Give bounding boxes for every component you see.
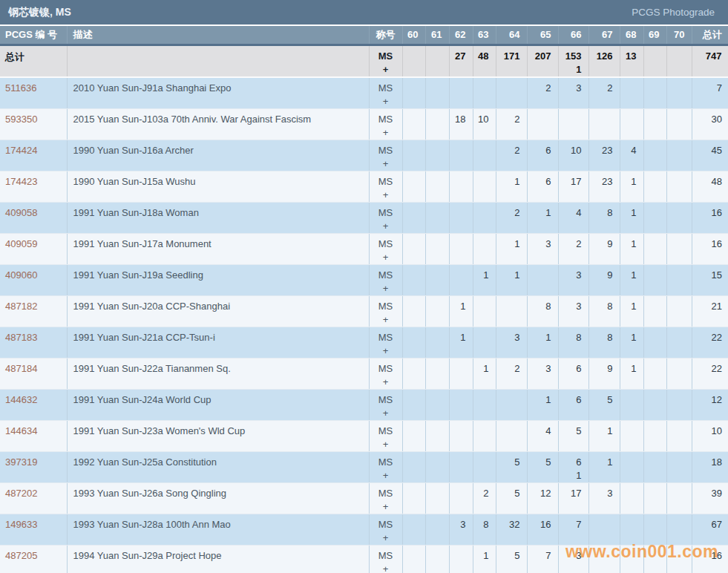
designation-cell: MS+: [369, 77, 402, 109]
cell-value: [529, 500, 551, 514]
pcgs-id-link[interactable]: 397319: [5, 456, 37, 468]
cell-value: [646, 82, 660, 95]
cell-value: [646, 220, 660, 233]
grade-cell-61: [425, 451, 449, 482]
pcgs-id-link[interactable]: 487184: [5, 363, 37, 374]
pcgs-id-link[interactable]: 593350: [5, 114, 37, 125]
row-total-cell: 7: [692, 77, 728, 109]
col-grade-66: 66: [558, 26, 588, 45]
cell-value: [591, 282, 613, 295]
cell-value: [404, 238, 419, 251]
cell-value: [427, 220, 442, 233]
grade-cell-69: [643, 233, 666, 264]
cell-value: +: [370, 469, 402, 482]
cell-value: [475, 189, 489, 202]
grade-cell-63: [473, 327, 496, 358]
cell-value: +: [370, 531, 402, 545]
description-cell: 1994 Yuan Sun-J29a Project Hope: [67, 545, 369, 573]
cell-value: [475, 175, 489, 189]
cell-value: 1: [529, 393, 551, 407]
grade-cell-68: 1: [620, 295, 643, 327]
grade-cell-61: [425, 202, 449, 233]
pcgs-id-link[interactable]: 174423: [5, 176, 37, 187]
cell-value: 207: [529, 50, 551, 63]
cell-value: [427, 487, 442, 500]
cell-value: [404, 220, 419, 233]
designation-cell: MS+: [369, 45, 402, 77]
cell-value: 6: [560, 456, 582, 469]
cell-value: [498, 344, 520, 358]
grade-cell-67: 9: [588, 233, 620, 264]
cell-value: 67: [694, 518, 723, 531]
cell-value: [404, 563, 419, 573]
cell-value: [529, 157, 551, 171]
pcgs-id-link[interactable]: 144632: [5, 394, 37, 405]
pcgs-id-link[interactable]: 487205: [5, 550, 37, 561]
cell-value: [475, 531, 489, 545]
pcgs-id-link[interactable]: 174424: [5, 145, 37, 156]
population-table: PCGS 编 号 描述 称号 6061626364656667686970总计 …: [0, 26, 728, 573]
pcgs-photograde-link[interactable]: PCGS Photograde: [632, 7, 715, 18]
cell-value: [560, 344, 582, 358]
cell-value: MS: [370, 425, 402, 438]
pcgs-id-cell: 487205: [0, 545, 67, 573]
grade-cell-65: 207: [527, 45, 558, 77]
cell-value: [622, 63, 637, 76]
grade-cell-60: [402, 295, 425, 327]
cell-value: [427, 531, 442, 545]
col-pcgs-id: PCGS 编 号: [0, 26, 67, 45]
grade-cell-60: [402, 45, 425, 77]
cell-value: MS: [370, 456, 402, 469]
cell-value: [404, 518, 419, 531]
pcgs-id-link[interactable]: 149633: [5, 519, 37, 530]
cell-value: [529, 126, 551, 140]
pcgs-id-link[interactable]: 487183: [5, 332, 37, 343]
cell-value: [427, 549, 442, 563]
cell-value: [622, 438, 637, 451]
cell-value: [451, 563, 466, 573]
pcgs-id-link[interactable]: 409060: [5, 269, 37, 281]
grade-cell-61: [425, 171, 449, 202]
cell-value: [646, 50, 660, 63]
grade-cell-62: 18: [449, 108, 473, 140]
cell-value: [404, 500, 419, 514]
grade-cell-64: [496, 389, 527, 420]
pcgs-id-link[interactable]: 487202: [5, 488, 37, 499]
grade-cell-67: 2: [588, 77, 620, 109]
pcgs-id-link[interactable]: 409059: [5, 238, 37, 249]
cell-value: [622, 95, 637, 108]
cell-value: [404, 82, 419, 95]
cell-value: [646, 518, 660, 531]
cell-value: [622, 282, 637, 295]
cell-value: [451, 313, 466, 327]
cell-value: 17: [560, 175, 582, 189]
grade-cell-68: [620, 108, 643, 140]
cell-value: [560, 220, 582, 233]
grade-cell-66: 5: [558, 420, 588, 451]
cell-value: [427, 563, 442, 573]
cell-value: [427, 238, 442, 251]
pcgs-id-link[interactable]: 409058: [5, 207, 37, 218]
cell-value: [498, 500, 520, 514]
table-row: 4090581991 Yuan Sun-J18a WomanMS+2148116: [0, 202, 728, 233]
description-cell: 1991 Yuan Sun-J18a Woman: [67, 202, 369, 233]
cell-value: [622, 393, 637, 407]
cell-value: 1: [622, 362, 637, 376]
pcgs-id-link[interactable]: 487182: [5, 301, 37, 312]
grade-cell-61: [425, 264, 449, 295]
cell-value: [560, 376, 582, 389]
cell-value: [498, 300, 520, 313]
cell-value: [622, 126, 637, 140]
pcgs-id-link[interactable]: 144634: [5, 425, 37, 436]
cell-value: 3: [591, 487, 613, 500]
grade-cell-67: 23: [588, 140, 620, 171]
grade-cell-60: [402, 545, 425, 573]
grade-cell-65: 6: [527, 140, 558, 171]
grade-cell-62: [449, 233, 473, 264]
grade-cell-68: 1: [620, 264, 643, 295]
pcgs-id-link[interactable]: 511636: [5, 82, 36, 94]
designation-cell: MS+: [369, 358, 402, 389]
grade-cell-67: [588, 545, 620, 573]
cell-value: 5: [560, 425, 582, 438]
cell-value: [427, 376, 442, 389]
